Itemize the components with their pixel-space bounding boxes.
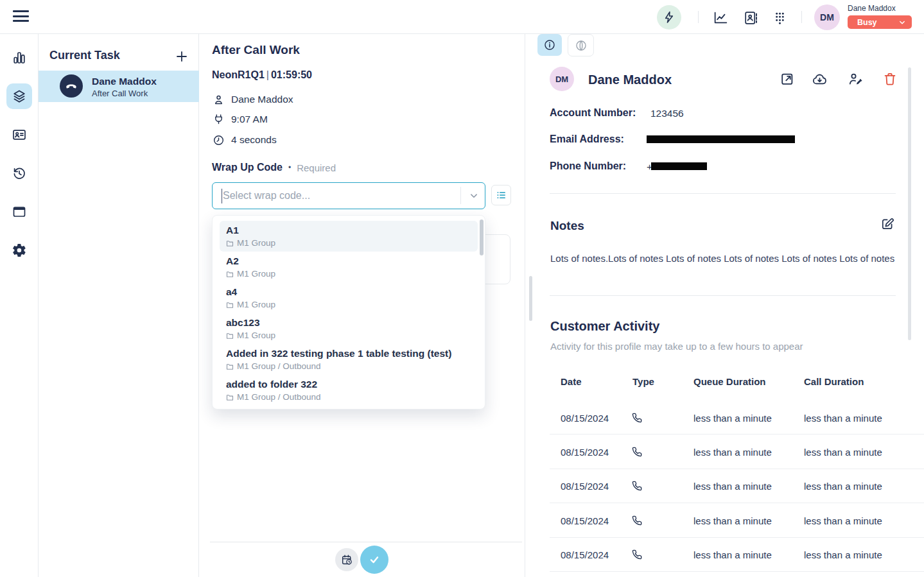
- sidebar-item-history[interactable]: [12, 166, 27, 181]
- profile-name: Dane Maddox: [588, 71, 672, 88]
- activity-row[interactable]: 08/15/2024 less than a minute less than …: [525, 538, 924, 572]
- dialpad-button[interactable]: [772, 10, 788, 26]
- wrap-code-option[interactable]: abc123 M1 Group: [213, 313, 485, 344]
- phone-label: Phone Number:: [550, 160, 626, 172]
- footer-divider: [210, 542, 522, 542]
- section-divider: [550, 193, 896, 194]
- meta-duration: 4 seconds: [213, 133, 277, 146]
- split-circle-icon: [575, 39, 588, 52]
- contact-card-icon: [12, 127, 27, 142]
- sidebar-item-reporting[interactable]: [12, 50, 27, 65]
- phone-call-icon: [632, 413, 642, 423]
- account-number-label: Account Number:: [550, 107, 636, 119]
- current-task-title: Current Task: [49, 49, 120, 62]
- edit-person-icon: [848, 71, 863, 87]
- schedule-callback-button[interactable]: [335, 548, 358, 571]
- activity-row[interactable]: 08/15/2024 less than a minute less than …: [525, 469, 924, 503]
- edit-notes-button[interactable]: [880, 216, 895, 232]
- select-divider: [460, 187, 461, 204]
- delete-contact-button[interactable]: [882, 71, 898, 87]
- wrap-up-code-label: Wrap Up Code: [212, 162, 283, 173]
- tab-info[interactable]: [537, 34, 562, 56]
- tab-split-view[interactable]: [568, 34, 594, 56]
- folder-icon: [226, 301, 234, 309]
- dialpad-icon: [772, 10, 787, 25]
- email-redacted-value: [647, 135, 795, 143]
- required-label: Required: [297, 162, 336, 173]
- phone-redacted-value: [651, 162, 707, 170]
- contacts-button[interactable]: [742, 10, 758, 26]
- plug-icon: [213, 114, 225, 126]
- middle-scrollbar[interactable]: [529, 276, 532, 321]
- task-detail-panel: After Call Work NeonR1Q1|01:59:50 Dane M…: [199, 34, 525, 577]
- phone-call-icon: [632, 481, 642, 491]
- profile-scrollbar[interactable]: [908, 67, 911, 340]
- user-avatar[interactable]: DM: [814, 4, 840, 30]
- wrap-code-option[interactable]: Added in 322 testing phase 1 table testi…: [213, 344, 485, 375]
- meta-contact: Dane Maddox: [213, 93, 293, 106]
- section-divider: [550, 295, 896, 296]
- analytics-button[interactable]: [713, 10, 729, 26]
- open-profile-button[interactable]: [780, 71, 795, 87]
- text-caret: [222, 189, 222, 203]
- activity-row[interactable]: 08/15/2024 less than a minute less than …: [525, 503, 924, 537]
- activity-row[interactable]: 08/15/2024 less than a minute less than …: [525, 400, 924, 435]
- complete-task-button[interactable]: [360, 546, 388, 574]
- wrap-code-list-button[interactable]: [491, 185, 511, 205]
- notes-title: Notes: [550, 219, 584, 233]
- wrap-code-placeholder: Select wrap code...: [223, 183, 310, 209]
- current-task-panel: Current Task Dane Maddox After Call Work: [39, 34, 199, 577]
- topbar-divider: [698, 11, 699, 23]
- layers-icon: [12, 89, 27, 104]
- task-avatar: [60, 74, 83, 98]
- gear-icon: [12, 243, 27, 258]
- wrap-code-option[interactable]: A2 M1 Group: [213, 252, 485, 282]
- wrap-code-option[interactable]: A1 M1 Group: [220, 221, 478, 252]
- contacts-book-icon: [743, 10, 758, 26]
- folder-icon: [226, 363, 234, 370]
- sidebar-item-contacts[interactable]: [12, 127, 27, 142]
- status-label: Busy: [857, 18, 877, 27]
- status-dropdown[interactable]: Busy: [848, 15, 912, 29]
- check-icon: [367, 553, 381, 567]
- profile-avatar: DM: [550, 67, 574, 91]
- task-list-item[interactable]: Dane Maddox After Call Work: [39, 71, 199, 102]
- info-icon: [543, 39, 556, 51]
- phone-call-icon: [632, 549, 642, 560]
- meta-start-time: 9:07 AM: [213, 113, 268, 126]
- wrap-code-select[interactable]: Select wrap code...: [212, 182, 485, 209]
- download-cloud-icon: [812, 71, 828, 87]
- menu-icon[interactable]: [13, 8, 29, 24]
- email-label: Email Address:: [550, 133, 624, 145]
- download-profile-button[interactable]: [812, 71, 827, 87]
- sidebar-item-browser[interactable]: [12, 204, 27, 220]
- phone-handset-icon: [64, 79, 78, 93]
- notes-text: Lots of notes.Lots of notes Lots of note…: [550, 253, 894, 264]
- wrap-code-option[interactable]: added to folder 322 M1 Group / Outbound: [213, 375, 485, 406]
- folder-icon: [226, 332, 234, 340]
- phone-call-icon: [632, 447, 642, 457]
- list-icon: [496, 189, 507, 201]
- activity-table-header: Date Type Queue Duration Call Duration: [525, 376, 900, 389]
- contact-profile-panel: DM Dane Maddox Account Number: 123456 Em…: [525, 34, 924, 577]
- user-name: Dane Maddox: [848, 4, 912, 13]
- dropdown-scrollbar[interactable]: [480, 220, 484, 255]
- chevron-down-icon[interactable]: [468, 190, 480, 202]
- customer-activity-title: Customer Activity: [550, 319, 659, 334]
- trash-icon: [882, 71, 898, 87]
- edit-contact-button[interactable]: [848, 71, 863, 87]
- power-dialer-button[interactable]: [657, 5, 681, 30]
- bar-chart-icon: [12, 50, 27, 65]
- task-detail-title: After Call Work: [212, 43, 300, 57]
- wrap-code-option[interactable]: a4 M1 Group: [213, 282, 485, 313]
- account-number-value: 123456: [650, 108, 684, 119]
- app-root: DM Dane Maddox Busy Cu: [0, 0, 924, 577]
- add-task-button[interactable]: [174, 49, 189, 64]
- activity-row[interactable]: 08/15/2024 less than a minute less than …: [525, 435, 924, 469]
- sidebar-item-settings[interactable]: [12, 243, 27, 258]
- queue-name: NeonR1Q1: [212, 69, 265, 80]
- sidebar-item-tasks[interactable]: [12, 89, 27, 104]
- activity-table-body: 08/15/2024 less than a minute less than …: [525, 400, 924, 572]
- bullet: •: [288, 163, 291, 172]
- topbar: DM Dane Maddox Busy: [0, 0, 924, 34]
